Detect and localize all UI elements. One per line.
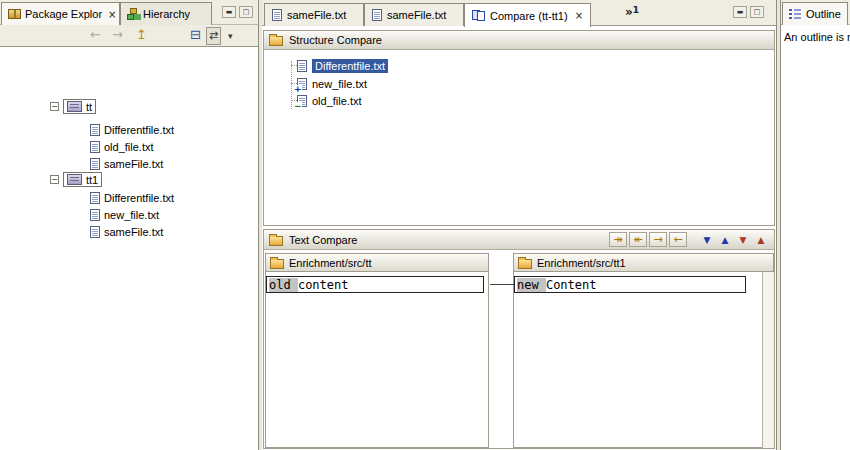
close-icon[interactable]: × xyxy=(108,9,116,20)
file-icon xyxy=(90,124,100,136)
tree-item[interactable]: new_file.txt xyxy=(90,206,159,223)
right-diff-line[interactable]: new Content xyxy=(514,276,746,293)
tree-node-focus[interactable]: tt1 xyxy=(63,172,102,187)
back-icon[interactable]: ← xyxy=(90,25,101,45)
maximize-icon[interactable]: □ xyxy=(239,6,253,18)
left-text-pane[interactable] xyxy=(265,272,489,448)
collapse-icon[interactable]: − xyxy=(50,175,59,184)
tree-item-label: sameFile.txt xyxy=(104,226,163,238)
tab-label: Outline xyxy=(806,8,841,20)
unchanged-text: Content xyxy=(546,278,597,292)
editor-tab-compare[interactable]: Compare (tt-tt1) × xyxy=(464,3,591,27)
tab-package-explorer[interactable]: Package Explor × xyxy=(1,2,120,25)
right-pane-header: Enrichment/src/tt1 xyxy=(513,253,774,272)
tree-item[interactable]: old_file.txt xyxy=(90,138,154,155)
tree-item[interactable]: Differentfile.txt xyxy=(90,189,174,206)
tab-label: sameFile.txt xyxy=(287,9,346,21)
editor-tab-samefile-1[interactable]: sameFile.txt xyxy=(264,3,364,26)
text-compare-toolbar: ↠ ↞ → ← ▼ ▲ ▼ ▲ xyxy=(609,232,769,247)
tree-item[interactable]: Differentfile.txt xyxy=(90,121,174,138)
left-pane-path: Enrichment/src/tt xyxy=(289,257,372,269)
outline-message: An outline is not available. xyxy=(784,31,850,43)
file-icon xyxy=(372,9,382,21)
file-icon xyxy=(90,226,100,238)
file-icon xyxy=(297,60,307,72)
tree-item-label: Differentfile.txt xyxy=(104,192,174,204)
hierarchy-icon xyxy=(127,8,139,20)
folder-icon xyxy=(269,236,283,246)
folder-icon xyxy=(518,259,532,269)
tab-hierarchy[interactable]: Hierarchy xyxy=(120,2,212,25)
structure-item-label: new_file.txt xyxy=(312,78,367,90)
minimize-icon[interactable]: ▬ xyxy=(733,6,747,18)
file-icon xyxy=(272,9,282,21)
tree-node-tt[interactable]: − tt xyxy=(50,98,96,115)
file-icon xyxy=(90,209,100,221)
right-text-pane[interactable] xyxy=(513,272,774,448)
tree-item-label: old_file.txt xyxy=(104,141,154,153)
structure-item-differentfile[interactable]: Differentfile.txt xyxy=(297,57,388,74)
view-menu-icon[interactable]: ▾ xyxy=(228,25,233,47)
left-view-tab-bar: Package Explor × Hierarchy ▬ □ xyxy=(0,0,258,25)
copy-left-to-right-icon[interactable]: → xyxy=(649,232,667,247)
unchanged-text: content xyxy=(298,278,349,292)
tree-node-label: tt xyxy=(86,101,92,113)
close-icon[interactable]: × xyxy=(575,10,583,21)
structure-item-label: old_file.txt xyxy=(312,95,362,107)
copy-all-left-to-right-icon[interactable]: ↠ xyxy=(609,232,627,247)
file-icon xyxy=(90,192,100,204)
next-difference-icon[interactable]: ▼ xyxy=(699,232,715,247)
tab-label: sameFile.txt xyxy=(387,9,446,21)
hidden-editors-count: 1 xyxy=(633,5,639,15)
tab-label: Package Explor xyxy=(25,8,102,20)
project-icon xyxy=(67,101,82,112)
left-pane-header: Enrichment/src/tt xyxy=(265,253,489,272)
tree-node-label: tt1 xyxy=(86,174,98,186)
folder-icon xyxy=(270,259,284,269)
text-compare-panel: Text Compare ↠ ↞ → ← ▼ ▲ ▼ ▲ Enrichment/… xyxy=(263,229,775,449)
project-icon xyxy=(67,174,82,185)
changed-text: old xyxy=(269,278,298,292)
structure-item-oldfile[interactable]: old_file.txt xyxy=(297,92,362,109)
structure-compare-panel: Structure Compare Differentfile.txt new_… xyxy=(263,30,775,226)
collapse-icon[interactable]: − xyxy=(50,102,59,111)
outline-tab-bar: Outline xyxy=(781,0,850,25)
copy-all-right-to-left-icon[interactable]: ↞ xyxy=(629,232,647,247)
tree-item[interactable]: sameFile.txt xyxy=(90,223,163,240)
tab-outline[interactable]: Outline xyxy=(782,2,848,25)
tree-item-label: new_file.txt xyxy=(104,209,159,221)
previous-change-icon[interactable]: ▲ xyxy=(753,232,769,247)
up-level-icon[interactable]: ↥ xyxy=(136,25,147,45)
file-icon xyxy=(90,141,100,153)
compare-icon xyxy=(472,10,485,21)
diff-connector-line xyxy=(490,284,514,285)
tree-node-tt1[interactable]: − tt1 xyxy=(50,171,102,188)
changed-text: new xyxy=(517,278,546,292)
editor-tab-samefile-2[interactable]: sameFile.txt xyxy=(364,3,464,26)
editor-window-controls: ▬ □ xyxy=(733,6,764,18)
hidden-editors-chevron[interactable]: »1 xyxy=(625,5,639,19)
left-view-toolbar: ← → ↥ ⊟ ⇄ ▾ xyxy=(0,25,258,47)
file-icon xyxy=(90,158,100,170)
copy-right-to-left-icon[interactable]: ← xyxy=(669,232,687,247)
minimize-icon[interactable]: ▬ xyxy=(222,6,236,18)
collapse-all-icon[interactable]: ⊟ xyxy=(190,25,201,45)
next-change-icon[interactable]: ▼ xyxy=(735,232,751,247)
overview-ruler[interactable] xyxy=(762,272,774,448)
structure-item-newfile[interactable]: new_file.txt xyxy=(297,75,367,92)
left-diff-line[interactable]: old content xyxy=(266,276,484,293)
tree-node-focus[interactable]: tt xyxy=(63,99,96,114)
forward-icon[interactable]: → xyxy=(112,25,123,45)
package-explorer-icon xyxy=(8,9,21,19)
tab-label: Hierarchy xyxy=(143,8,190,20)
link-with-editor-icon[interactable]: ⇄ xyxy=(206,27,221,45)
folder-icon xyxy=(269,36,283,46)
editor-area: sameFile.txt sameFile.txt Compare (tt-tt… xyxy=(262,0,777,450)
previous-difference-icon[interactable]: ▲ xyxy=(717,232,733,247)
tab-label: Compare (tt-tt1) xyxy=(490,10,568,22)
tree-item[interactable]: sameFile.txt xyxy=(90,155,163,172)
text-compare-title: Text Compare xyxy=(289,234,357,246)
text-compare-header: Text Compare ↠ ↞ → ← ▼ ▲ ▼ ▲ xyxy=(264,230,774,250)
package-explorer-tree: − tt Differentfile.txt old_file.txt same… xyxy=(0,47,258,450)
maximize-icon[interactable]: □ xyxy=(750,6,764,18)
